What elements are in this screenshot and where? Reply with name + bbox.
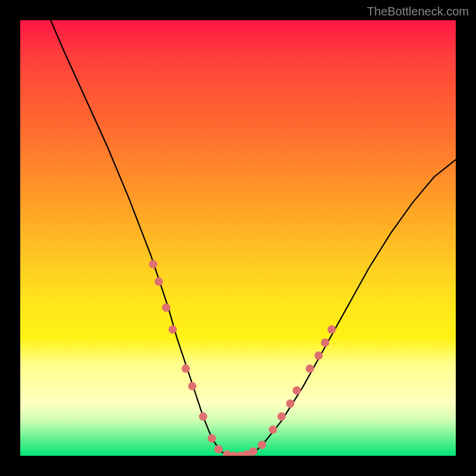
data-point (249, 447, 258, 456)
data-point (306, 365, 314, 373)
data-point (149, 260, 157, 268)
data-point (277, 412, 286, 421)
data-point (258, 441, 266, 449)
data-point (314, 352, 322, 360)
data-point (293, 386, 301, 394)
data-point (162, 303, 170, 312)
plot-area (20, 20, 456, 456)
data-point (214, 445, 223, 453)
data-point (181, 365, 190, 373)
data-point (223, 450, 231, 456)
data-point (208, 434, 216, 443)
watermark-text: TheBottleneck.com (367, 5, 469, 18)
data-point (321, 339, 329, 347)
data-point (286, 399, 295, 408)
data-point (155, 277, 163, 286)
curve-path (51, 20, 456, 456)
curve-svg (20, 20, 456, 456)
data-point (327, 325, 336, 334)
data-point (168, 325, 177, 334)
data-point (236, 452, 245, 456)
data-point (243, 450, 251, 456)
data-point (188, 382, 196, 390)
points-group (149, 260, 336, 456)
data-point (230, 452, 238, 456)
data-point (199, 412, 207, 421)
chart-container: TheBottleneck.com (0, 0, 476, 476)
data-point (269, 425, 277, 434)
